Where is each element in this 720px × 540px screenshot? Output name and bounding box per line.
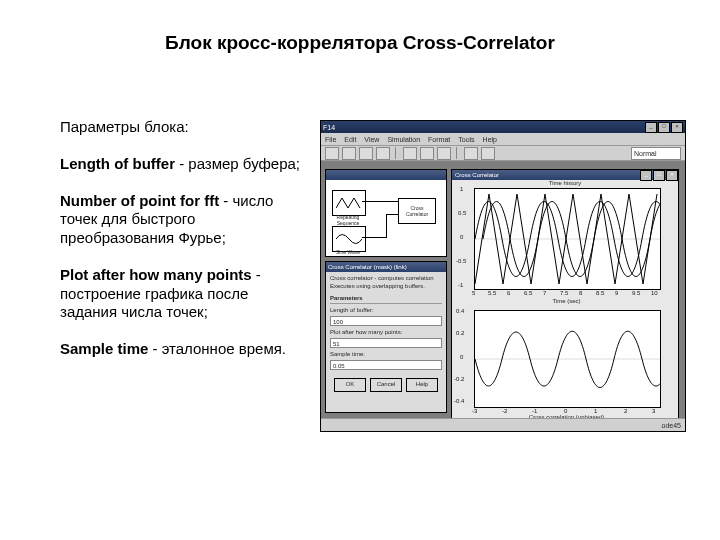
block-params-dialog: Cross Correlator (mask) (link) Cross cor… <box>325 261 447 413</box>
plot-title-top: Time history <box>452 180 678 186</box>
tool-cut-icon[interactable] <box>403 147 417 160</box>
waveform-icon <box>475 311 660 407</box>
block-label: Sine Wave <box>330 249 366 255</box>
block-label: Repeating Sequence <box>328 214 368 226</box>
toolbar-sep <box>456 147 459 159</box>
ytick: -0.5 <box>456 258 466 264</box>
sine-wave-icon <box>336 232 362 246</box>
block-repeating-sequence[interactable] <box>332 190 366 216</box>
xtick: 10 <box>651 290 658 296</box>
help-button[interactable]: Help <box>406 378 438 392</box>
tool-new-icon[interactable] <box>325 147 339 160</box>
menu-tools[interactable]: Tools <box>458 136 474 143</box>
model-titlebar <box>326 170 446 180</box>
menu-file[interactable]: File <box>325 136 336 143</box>
ytick: 1 <box>460 186 463 192</box>
xtick: 8 <box>579 290 582 296</box>
workspace: Repeating Sequence Cross Correlator Sine… <box>321 161 685 432</box>
xtick: 9.5 <box>632 290 640 296</box>
ytick: 0 <box>460 234 463 240</box>
xtick: 7.5 <box>560 290 568 296</box>
xtick: 7 <box>543 290 546 296</box>
menu-view[interactable]: View <box>364 136 379 143</box>
statusbar: ode45 <box>321 418 685 431</box>
param-4-name: Sample time <box>60 340 148 357</box>
param-4-desc: - эталонное время. <box>148 340 286 357</box>
simulink-window: F14 _ □ × File Edit View Simulation Form… <box>320 120 686 432</box>
block-cross-correlator[interactable]: Cross Correlator <box>398 198 436 224</box>
status-solver: ode45 <box>662 422 681 429</box>
wire <box>362 237 386 238</box>
window-title: F14 <box>323 124 335 131</box>
params-heading: Параметры блока: <box>60 118 300 137</box>
tool-save-icon[interactable] <box>359 147 373 160</box>
ytick: 0.5 <box>458 210 466 216</box>
chart-window: Cross Correlator _ □ × Time history 1 <box>451 169 679 421</box>
param-3-name: Plot after how many points <box>60 266 252 283</box>
ytick: 0.2 <box>456 330 464 336</box>
ytick: 0 <box>460 354 463 360</box>
param-1: Length of buffer - размер буфера; <box>60 155 300 174</box>
model-canvas[interactable]: Repeating Sequence Cross Correlator Sine… <box>326 180 446 256</box>
dialog-desc: Cross correlator - computes correlation <box>330 275 442 283</box>
dialog-title: Cross Correlator (mask) (link) <box>326 262 446 272</box>
chart-titlebar: Cross Correlator _ □ × <box>452 170 678 180</box>
tool-stop-icon[interactable] <box>481 147 495 160</box>
wire <box>362 201 398 202</box>
xlabel-top: Time (sec) <box>474 298 659 304</box>
menu-edit[interactable]: Edit <box>344 136 356 143</box>
close-button[interactable]: × <box>671 122 683 133</box>
ytick: -0.4 <box>454 398 464 404</box>
label-plot-after-points: Plot after how many points: <box>330 329 442 337</box>
xtick: 9 <box>615 290 618 296</box>
description-column: Параметры блока: Length of buffer - разм… <box>60 118 300 377</box>
waveform-icon <box>475 189 660 289</box>
toolbar-sep <box>395 147 398 159</box>
titlebar: F14 _ □ × <box>321 121 685 133</box>
param-1-name: Length of buffer <box>60 155 175 172</box>
tool-play-icon[interactable] <box>464 147 478 160</box>
param-3: Plot after how many points - построение … <box>60 266 300 322</box>
menubar: File Edit View Simulation Format Tools H… <box>321 133 685 146</box>
dialog-desc2: Executes using overlapping buffers. <box>330 283 442 291</box>
chart-window-title: Cross Correlator <box>455 170 499 180</box>
tool-open-icon[interactable] <box>342 147 356 160</box>
toolbar: Normal <box>321 146 685 161</box>
param-4: Sample time - эталонное время. <box>60 340 300 359</box>
xtick: 5.5 <box>488 290 496 296</box>
triangle-wave-icon <box>336 196 362 210</box>
xtick: 8.5 <box>596 290 604 296</box>
xtick: 6 <box>507 290 510 296</box>
tool-copy-icon[interactable] <box>420 147 434 160</box>
maximize-button[interactable]: □ <box>658 122 670 133</box>
xtick: 6.5 <box>524 290 532 296</box>
label-length-of-buffer: Length of buffer: <box>330 307 442 315</box>
tool-paste-icon[interactable] <box>437 147 451 160</box>
label-sample-time: Sample time: <box>330 351 442 359</box>
minimize-button[interactable]: _ <box>645 122 657 133</box>
plot-time-history <box>474 188 661 290</box>
ok-button[interactable]: OK <box>334 378 366 392</box>
input-plot-after-points[interactable]: 51 <box>330 338 442 348</box>
params-heading: Parameters <box>330 295 442 305</box>
dialog-body: Cross correlator - computes correlation … <box>326 272 446 395</box>
plot-cross-correlation <box>474 310 661 408</box>
ytick: -1 <box>458 282 463 288</box>
model-window: Repeating Sequence Cross Correlator Sine… <box>325 169 447 257</box>
menu-help[interactable]: Help <box>483 136 497 143</box>
sim-mode-select[interactable]: Normal <box>631 147 681 160</box>
input-length-of-buffer[interactable]: 100 <box>330 316 442 326</box>
ytick: -0.2 <box>454 376 464 382</box>
menu-simulation[interactable]: Simulation <box>387 136 420 143</box>
wire <box>386 214 398 215</box>
input-sample-time[interactable]: 0.05 <box>330 360 442 370</box>
cancel-button[interactable]: Cancel <box>370 378 402 392</box>
param-2: Number of point for fft - число точек дл… <box>60 192 300 248</box>
tool-print-icon[interactable] <box>376 147 390 160</box>
menu-format[interactable]: Format <box>428 136 450 143</box>
param-1-desc: - размер буфера; <box>175 155 300 172</box>
xtick: 5 <box>472 290 475 296</box>
ytick: 0.4 <box>456 308 464 314</box>
page-title: Блок кросс-коррелятора Cross-Correlator <box>0 32 720 54</box>
wire <box>386 214 387 238</box>
